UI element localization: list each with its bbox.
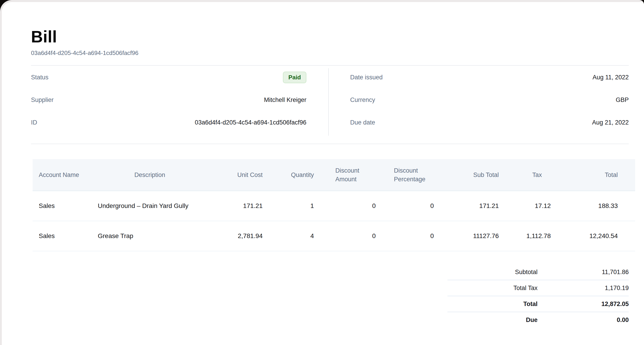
cell-discount-percentage: 0 — [382, 221, 440, 251]
cell-description: Underground – Drain Yard Gully — [92, 191, 208, 221]
cell-account-name: Sales — [32, 221, 92, 251]
col-header-discount-percentage: Discount Percentage — [382, 159, 440, 191]
cell-unit-cost: 171.21 — [208, 191, 269, 221]
total-tax-label: Total Tax — [448, 284, 538, 292]
table-row: Sales Underground – Drain Yard Gully 171… — [32, 191, 635, 221]
total-label: Total — [448, 300, 538, 308]
table-header-row: Account Name Description Unit Cost Quant… — [32, 159, 635, 191]
id-label: ID — [31, 119, 37, 126]
due-label: Due — [448, 316, 538, 324]
supplier-label: Supplier — [31, 96, 54, 104]
cell-tax: 17.12 — [505, 191, 557, 221]
col-header-sub-total: Sub Total — [440, 159, 505, 191]
line-items-table: Account Name Description Unit Cost Quant… — [32, 159, 635, 251]
detail-row-currency: Currency GBP — [350, 89, 629, 111]
detail-row-status: Status Paid — [31, 66, 306, 89]
summary-row-total-tax: Total Tax 1,170.19 — [448, 280, 629, 296]
cell-unit-cost: 2,781.94 — [208, 221, 269, 251]
cell-tax: 1,112.78 — [505, 221, 557, 251]
cell-account-name: Sales — [32, 191, 92, 221]
date-issued-label: Date issued — [350, 74, 383, 81]
status-label: Status — [31, 74, 48, 81]
col-header-discount-amount: Discount Amount — [320, 159, 382, 191]
cell-sub-total: 11127.76 — [440, 221, 505, 251]
date-issued-value: Aug 11, 2022 — [592, 74, 629, 81]
summary-row-due: Due 0.00 — [448, 312, 629, 328]
page-title: Bill — [31, 28, 57, 45]
summary-row-subtotal: Subtotal 11,701.86 — [448, 264, 629, 280]
detail-row-supplier: Supplier Mitchell Kreiger — [31, 89, 306, 111]
id-value: 03a6d4f4-d205-4c54-a694-1cd506facf96 — [195, 119, 306, 126]
total-tax-value: 1,170.19 — [538, 284, 629, 292]
col-header-quantity: Quantity — [269, 159, 320, 191]
due-value: 0.00 — [538, 316, 629, 324]
cell-total: 12,240.54 — [557, 221, 635, 251]
col-header-description: Description — [92, 159, 208, 191]
cell-quantity: 4 — [269, 221, 320, 251]
col-header-unit-cost: Unit Cost — [208, 159, 269, 191]
cell-quantity: 1 — [269, 191, 320, 221]
cell-discount-percentage: 0 — [382, 191, 440, 221]
cell-sub-total: 171.21 — [440, 191, 505, 221]
cell-discount-amount: 0 — [320, 191, 382, 221]
currency-value: GBP — [616, 96, 629, 104]
totals-summary: Subtotal 11,701.86 Total Tax 1,170.19 To… — [448, 264, 629, 328]
divider-under-title — [31, 65, 629, 66]
cell-description: Grease Trap — [92, 221, 208, 251]
table-row: Sales Grease Trap 2,781.94 4 0 0 11127.7… — [32, 221, 635, 251]
bill-id-subtitle: 03a6d4f4-d205-4c54-a694-1cd506facf96 — [31, 50, 138, 56]
subtotal-label: Subtotal — [448, 268, 538, 276]
bill-page-card: Bill 03a6d4f4-d205-4c54-a694-1cd506facf9… — [2, 2, 644, 345]
due-date-label: Due date — [350, 119, 375, 126]
cell-discount-amount: 0 — [320, 221, 382, 251]
summary-row-total: Total 12,872.05 — [448, 296, 629, 312]
supplier-value: Mitchell Kreiger — [264, 96, 306, 104]
divider-under-details — [31, 144, 629, 144]
cell-total: 188.33 — [557, 191, 635, 221]
detail-row-id: ID 03a6d4f4-d205-4c54-a694-1cd506facf96 — [31, 111, 306, 134]
col-header-tax: Tax — [505, 159, 557, 191]
col-header-account-name: Account Name — [32, 159, 92, 191]
detail-row-due-date: Due date Aug 21, 2022 — [350, 111, 629, 134]
currency-label: Currency — [350, 96, 375, 104]
status-badge: Paid — [283, 72, 306, 83]
due-date-value: Aug 21, 2022 — [592, 119, 629, 126]
detail-row-date-issued: Date issued Aug 11, 2022 — [350, 66, 629, 89]
total-value: 12,872.05 — [538, 300, 629, 308]
details-vertical-divider — [328, 68, 329, 136]
subtotal-value: 11,701.86 — [538, 268, 629, 276]
col-header-total: Total — [557, 159, 635, 191]
